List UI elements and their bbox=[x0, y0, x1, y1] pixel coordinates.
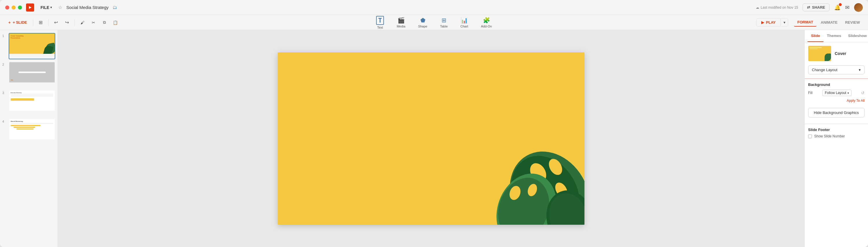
notification-wrapper: 🔔 bbox=[834, 4, 840, 11]
slide-number-2: 2 bbox=[2, 63, 6, 66]
window-controls bbox=[5, 5, 22, 9]
layout-thumbnail bbox=[808, 46, 831, 61]
cloud-save-status: ☁ Last modified on Nov 15 bbox=[756, 5, 798, 9]
slide-number-4: 4 bbox=[2, 120, 6, 123]
title-bar: ▶ FILE ▾ ☆ Social Media Strategy 🗂 ☁ Las… bbox=[0, 0, 868, 15]
insert-chart-button[interactable]: 📊 Chart bbox=[458, 16, 471, 29]
cloud-icon: ☁ bbox=[756, 5, 759, 9]
show-slide-number-checkbox[interactable] bbox=[808, 134, 812, 138]
slide-image-4: Waterfall Methodology bbox=[9, 119, 55, 145]
maximize-button[interactable] bbox=[18, 5, 22, 9]
panel-divider-footer bbox=[805, 124, 868, 124]
insert-tools: T Text 🎬 Media ⬟ Shape ⊞ Table 📊 Chart 🧩 bbox=[373, 15, 495, 30]
review-tab[interactable]: REVIEW bbox=[842, 19, 863, 26]
leaf-decoration bbox=[492, 109, 585, 225]
toolbar-divider-2 bbox=[48, 19, 49, 26]
copy-button[interactable]: ⧉ bbox=[100, 18, 109, 27]
panel-tab-slideshow[interactable]: Slideshow bbox=[844, 30, 868, 42]
file-menu-button[interactable]: FILE ▾ bbox=[38, 4, 54, 11]
insert-addon-button[interactable]: 🧩 Add-On bbox=[478, 16, 495, 29]
last-modified-text: Last modified on Nov 15 bbox=[761, 5, 798, 9]
chart-tool-label: Chart bbox=[460, 25, 468, 28]
background-section-title: Background bbox=[808, 83, 865, 87]
add-slide-label: + SLIDE bbox=[13, 20, 27, 25]
panel-content: Cover Change Layout ▾ Background Fill Fo… bbox=[805, 42, 868, 142]
play-dropdown-button[interactable]: ▾ bbox=[781, 18, 788, 27]
panel-tab-slide[interactable]: Slide bbox=[808, 30, 824, 42]
toolbar: ＋ + SLIDE ⊞ ↩ ↪ 🖌 ✂ ⧉ 📋 T Text 🎬 Media ⬟… bbox=[0, 15, 868, 30]
insert-media-button[interactable]: 🎬 Media bbox=[394, 16, 408, 29]
document-title[interactable]: Social Media Strategy bbox=[66, 5, 108, 10]
fill-dropdown-icon: ▾ bbox=[847, 91, 849, 95]
text-tool-label: Text bbox=[377, 26, 383, 29]
insert-text-button[interactable]: T Text bbox=[373, 15, 387, 30]
panel-tab-themes[interactable]: Themes bbox=[824, 30, 844, 42]
app-window: ▶ FILE ▾ ☆ Social Media Strategy 🗂 ☁ Las… bbox=[0, 0, 868, 247]
minimize-button[interactable] bbox=[11, 5, 16, 9]
shape-icon: ⬟ bbox=[421, 17, 425, 24]
layout-name-label: Cover bbox=[835, 51, 846, 56]
slide-image-2: Title bbox=[9, 62, 55, 88]
slide-image-3: Executive Summary bbox=[9, 90, 55, 116]
slide-canvas bbox=[278, 52, 585, 225]
mail-icon[interactable]: ✉ bbox=[845, 4, 849, 11]
addon-icon: 🧩 bbox=[483, 17, 490, 24]
format-tab[interactable]: FORMAT bbox=[794, 18, 817, 27]
animate-tab[interactable]: ANIMATE bbox=[817, 19, 841, 26]
paste-button[interactable]: 📋 bbox=[111, 18, 120, 27]
share-label: SHARE bbox=[812, 5, 825, 9]
paint-format-button[interactable]: 🖌 bbox=[78, 18, 87, 27]
show-slide-number-label: Show Slide Number bbox=[814, 134, 845, 138]
main-content: 1 Create CompellingPresentations 2 bbox=[0, 30, 868, 247]
canvas-area[interactable] bbox=[58, 30, 804, 247]
addon-tool-label: Add-On bbox=[481, 25, 492, 28]
slide-number-3: 3 bbox=[2, 91, 6, 95]
apply-to-all-button[interactable]: Apply To All bbox=[808, 99, 865, 103]
cut-button[interactable]: ✂ bbox=[89, 18, 98, 27]
favorite-icon[interactable]: ☆ bbox=[58, 5, 62, 10]
share-icon: ⇄ bbox=[807, 5, 810, 9]
text-icon: T bbox=[376, 16, 384, 25]
insert-shape-button[interactable]: ⬟ Shape bbox=[415, 16, 430, 29]
table-icon: ⊞ bbox=[441, 17, 446, 24]
share-button[interactable]: ⇄ SHARE bbox=[803, 3, 830, 11]
change-layout-button[interactable]: Change Layout ▾ bbox=[808, 65, 865, 74]
notification-badge bbox=[839, 3, 842, 6]
slide-number-1: 1 bbox=[2, 34, 6, 38]
fill-row: Fill Follow Layout ▾ ↺ bbox=[808, 90, 865, 96]
table-tool-label: Table bbox=[440, 25, 447, 28]
fill-reset-icon[interactable]: ↺ bbox=[861, 91, 865, 95]
redo-button[interactable]: ↪ bbox=[62, 18, 72, 27]
play-label: PLAY bbox=[766, 20, 775, 25]
file-label: FILE bbox=[40, 5, 49, 10]
insert-table-button[interactable]: ⊞ Table bbox=[437, 16, 451, 29]
hide-background-button[interactable]: Hide Background Graphics bbox=[808, 108, 865, 117]
media-tool-label: Media bbox=[397, 25, 405, 28]
add-slide-button[interactable]: ＋ + SLIDE bbox=[5, 19, 30, 27]
fill-value-text: Follow Layout bbox=[825, 91, 846, 95]
panel-tabs: Slide Themes Slideshow bbox=[805, 30, 868, 42]
right-panel: Slide Themes Slideshow bbox=[804, 30, 868, 247]
user-avatar[interactable] bbox=[854, 3, 863, 12]
slide-thumbnail-2[interactable]: 2 Title bbox=[2, 62, 55, 88]
play-button[interactable]: ▶ PLAY bbox=[756, 18, 780, 27]
undo-button[interactable]: ↩ bbox=[52, 18, 61, 27]
media-icon: 🎬 bbox=[398, 17, 405, 24]
fill-label: Fill bbox=[808, 91, 812, 95]
toolbar-divider-1 bbox=[33, 19, 33, 26]
slide-thumbnail-1[interactable]: 1 Create CompellingPresentations bbox=[2, 33, 55, 59]
footer-row: Show Slide Number bbox=[808, 134, 865, 138]
file-chevron-icon: ▾ bbox=[50, 6, 52, 9]
toolbar-right: ▶ PLAY ▾ FORMAT ANIMATE REVIEW bbox=[756, 18, 863, 27]
fill-select[interactable]: Follow Layout ▾ bbox=[822, 90, 851, 96]
layout-section: Cover bbox=[808, 46, 865, 61]
folder-icon[interactable]: 🗂 bbox=[113, 5, 117, 10]
change-layout-chevron-icon: ▾ bbox=[859, 68, 861, 72]
slide-thumbnail-4[interactable]: 4 Waterfall Methodology bbox=[2, 119, 55, 145]
change-layout-label: Change Layout bbox=[812, 68, 837, 72]
grid-view-button[interactable]: ⊞ bbox=[36, 18, 45, 27]
close-button[interactable] bbox=[5, 5, 9, 9]
add-slide-plus-icon: ＋ bbox=[7, 20, 11, 25]
slide-panel: 1 Create CompellingPresentations 2 bbox=[0, 30, 58, 247]
slide-thumbnail-3[interactable]: 3 Executive Summary bbox=[2, 90, 55, 116]
